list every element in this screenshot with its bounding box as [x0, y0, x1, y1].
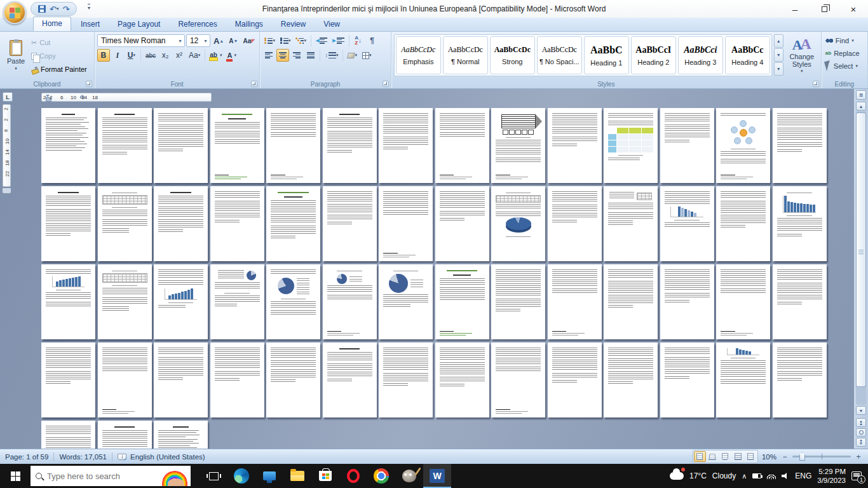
battery-icon[interactable]	[752, 473, 761, 478]
page-thumbnail-12[interactable]	[660, 108, 714, 183]
web-layout-view-button[interactable]	[719, 451, 731, 462]
customize-qat-button[interactable]: ▾	[88, 4, 90, 11]
font-dialog-launcher[interactable]	[251, 81, 257, 87]
italic-button[interactable]: I	[111, 49, 124, 62]
page-thumbnail-25[interactable]	[604, 186, 658, 261]
tab-insert[interactable]: Insert	[72, 18, 108, 31]
task-view-button[interactable]	[200, 464, 227, 488]
scroll-down-button[interactable]: ▼	[856, 406, 866, 415]
page-thumbnail-29[interactable]	[41, 264, 95, 339]
page-thumbnail-31[interactable]	[154, 264, 208, 339]
notification-icon[interactable]: 1	[851, 471, 862, 480]
page-thumbnail-37[interactable]	[491, 264, 545, 339]
styles-scroll-down-button[interactable]: ▼	[774, 48, 783, 62]
page-thumbnail-39[interactable]	[604, 264, 658, 339]
page-thumbnail-51[interactable]	[491, 342, 545, 417]
tab-view[interactable]: View	[315, 18, 348, 31]
page-thumbnail-53[interactable]	[604, 342, 658, 417]
decrease-indent-button[interactable]: ◀	[314, 34, 329, 47]
styles-dialog-launcher[interactable]	[813, 81, 819, 87]
close-button[interactable]: ×	[839, 0, 868, 18]
start-button[interactable]	[0, 464, 31, 488]
page-thumbnail-58[interactable]	[98, 421, 152, 449]
tab-mailings[interactable]: Mailings	[227, 18, 271, 31]
language-badge[interactable]: ENG	[795, 471, 811, 480]
draft-view-button[interactable]	[745, 451, 757, 462]
vertical-ruler[interactable]: 22610141822	[3, 104, 11, 187]
ruler-toggle-button[interactable]: ≣	[856, 90, 866, 100]
search-highlight-image[interactable]	[160, 467, 189, 486]
next-page-button[interactable]: ▼▼	[856, 438, 866, 447]
page-thumbnail-26[interactable]	[660, 186, 714, 261]
previous-page-button[interactable]: ▲▲	[856, 418, 866, 427]
page-thumbnail-57[interactable]	[41, 421, 95, 449]
page-thumbnail-23[interactable]	[491, 186, 545, 261]
change-case-button[interactable]: Aa▾	[187, 49, 202, 62]
grow-font-button[interactable]: A▲	[212, 34, 226, 47]
office-button[interactable]	[3, 1, 26, 24]
page-thumbnail-6[interactable]	[323, 108, 377, 183]
page-thumbnail-41[interactable]	[716, 264, 770, 339]
volume-icon[interactable]	[782, 473, 789, 479]
taskbar-store[interactable]	[311, 464, 339, 488]
page-thumbnail-17[interactable]	[154, 186, 208, 261]
page-thumbnail-59[interactable]	[154, 421, 208, 449]
show-hide-button[interactable]: ¶	[366, 34, 379, 47]
style-heading-4[interactable]: AaBbCcHeading 4	[725, 36, 770, 74]
shrink-font-button[interactable]: A▼	[227, 34, 240, 47]
zoom-in-button[interactable]: +	[854, 452, 863, 461]
page-thumbnail-35[interactable]	[379, 264, 433, 339]
page-thumbnail-5[interactable]	[266, 108, 320, 183]
font-name-combo[interactable]: Times New Roman▼	[97, 34, 185, 47]
clipboard-dialog-launcher[interactable]	[86, 81, 92, 87]
page-thumbnail-52[interactable]	[548, 342, 602, 417]
zoom-slider[interactable]	[792, 456, 851, 458]
outline-view-button[interactable]	[732, 451, 744, 462]
weather-icon[interactable]	[670, 472, 684, 480]
format-painter-button[interactable]: Format Painter	[29, 64, 89, 75]
zoom-out-button[interactable]: −	[780, 452, 789, 461]
subscript-button[interactable]: x₂	[159, 49, 172, 62]
browse-object-button[interactable]	[856, 428, 866, 437]
line-spacing-button[interactable]: ↕▾	[323, 49, 340, 62]
style-strong[interactable]: AaBbCcDcStrong	[490, 36, 535, 74]
clear-formatting-button[interactable]: Aa◤	[241, 34, 257, 47]
page-thumbnail-36[interactable]	[435, 264, 489, 339]
proofing-icon[interactable]	[118, 454, 126, 460]
page-thumbnail-44[interactable]	[98, 342, 152, 417]
word-count[interactable]: Words: 17,051	[59, 453, 107, 461]
undo-button[interactable]: ↶▾	[49, 4, 59, 14]
clock[interactable]: 5:29 PM 3/9/2023	[817, 467, 846, 485]
page-thumbnail-28[interactable]	[773, 186, 827, 261]
page-thumbnail-43[interactable]	[41, 342, 95, 417]
page-thumbnail-16[interactable]	[98, 186, 152, 261]
align-left-button[interactable]	[262, 49, 275, 62]
redo-button[interactable]: ↷	[62, 4, 70, 14]
taskbar-chrome[interactable]	[367, 464, 395, 488]
text-highlight-button[interactable]: ab▾	[208, 49, 224, 62]
page-indicator[interactable]: Page: 1 of 59	[5, 453, 48, 461]
font-size-combo[interactable]: 12▼	[186, 34, 210, 47]
page-thumbnail-13[interactable]	[716, 108, 770, 183]
tab-page-layout[interactable]: Page Layout	[109, 18, 168, 31]
style--normal[interactable]: AaBbCcDc¶ Normal	[443, 36, 488, 74]
align-center-button[interactable]	[276, 49, 289, 62]
language-indicator[interactable]: English (United States)	[130, 453, 205, 461]
page-thumbnail-48[interactable]	[323, 342, 377, 417]
scroll-up-button[interactable]: ▲	[856, 102, 866, 111]
copy-button[interactable]: Copy	[29, 50, 89, 62]
underline-button[interactable]: U▾	[125, 49, 138, 62]
scrollbar-track[interactable]	[856, 111, 866, 405]
page-thumbnail-27[interactable]	[716, 186, 770, 261]
print-layout-view-button[interactable]	[694, 451, 706, 462]
page-thumbnail-11[interactable]	[604, 108, 658, 183]
font-color-button[interactable]: A▾	[225, 49, 238, 62]
taskbar-gimp[interactable]	[395, 464, 423, 488]
borders-button[interactable]: ▾	[360, 49, 374, 62]
page-thumbnail-50[interactable]	[435, 342, 489, 417]
page-thumbnail-24[interactable]	[548, 186, 602, 261]
page-thumbnail-9[interactable]	[491, 108, 545, 183]
multilevel-list-button[interactable]: ▾	[294, 34, 308, 47]
page-thumbnail-46[interactable]	[210, 342, 264, 417]
sort-button[interactable]: AZ↓	[352, 34, 365, 47]
